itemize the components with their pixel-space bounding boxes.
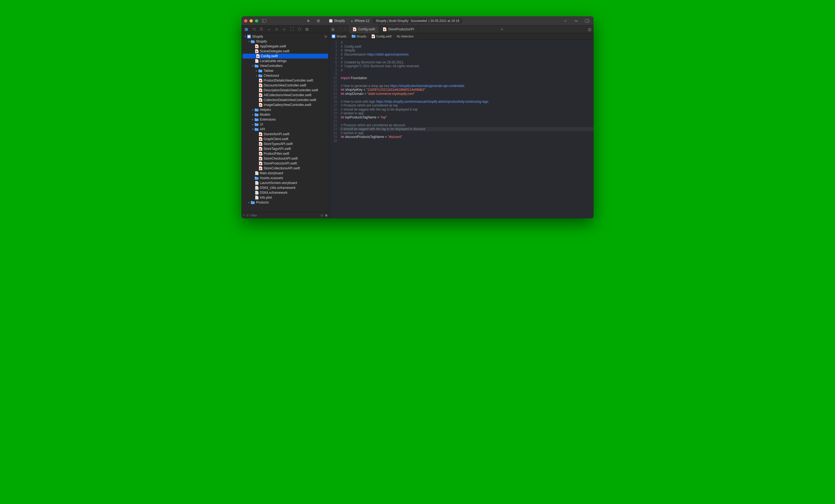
code-line[interactable]: let shopApiKey = "12d387c23211b31efe16b8… (339, 88, 594, 92)
tree-row[interactable]: Assets.xcassets (241, 176, 329, 180)
disclosure-icon[interactable]: ▾ (244, 35, 247, 38)
symbol-navigator-icon[interactable]: ☷ (259, 27, 264, 32)
tree-row[interactable]: CollectionDetailsViewController.swift (241, 98, 329, 102)
editor-tab[interactable]: Config.swift (349, 25, 379, 33)
tree-row[interactable]: StoreTagsAPI.swift (241, 146, 329, 151)
tree-row[interactable]: Info.plist (241, 195, 329, 200)
disclosure-icon[interactable]: ▸ (251, 123, 254, 126)
tree-row[interactable]: StoreInfoAPI.swift (241, 132, 329, 137)
tree-row[interactable]: DSKit_Utils.xcframework (241, 185, 329, 190)
code-line[interactable] (339, 139, 594, 143)
add-target-icon[interactable]: + (243, 214, 245, 217)
debug-navigator-icon[interactable]: ⛶ (290, 27, 294, 32)
nav-forward-icon[interactable]: 〉 (343, 27, 349, 32)
filter-scope-icon[interactable]: ⊙ (246, 214, 249, 217)
scm-filter-icon[interactable]: ▣ (325, 214, 328, 217)
tree-row[interactable]: Localizable.strings (241, 59, 329, 63)
editor-options-icon[interactable]: ≡ (499, 27, 505, 32)
report-navigator-icon[interactable]: ▤ (305, 27, 309, 32)
tree-row[interactable]: ▾ViewControllers (241, 63, 329, 68)
tree-row[interactable]: Config.swift (243, 54, 328, 59)
tree-row[interactable]: StoreTypesAPI.swift (241, 141, 329, 146)
code-line[interactable]: // (339, 68, 594, 72)
code-line[interactable]: let discountProductsTagName = "discount" (339, 135, 594, 139)
code-content[interactable]: //// Config.swift// Shopify// Documentat… (339, 40, 594, 218)
jumpbar-segment[interactable]: Shopify (332, 35, 347, 38)
code-review-icon[interactable]: ⇋ (572, 18, 580, 24)
tree-row[interactable]: ▸UI (241, 122, 329, 127)
code-line[interactable]: // section in app (339, 131, 594, 135)
tree-row[interactable]: DescriptionDetailsViewController.swift (241, 88, 329, 93)
disclosure-icon[interactable]: ▸ (247, 201, 251, 204)
code-line[interactable]: // section in app (339, 112, 594, 116)
code-line[interactable] (339, 96, 594, 100)
code-line[interactable]: // should be tagged with the tag to be d… (339, 127, 594, 131)
add-editor-icon[interactable]: + (562, 18, 569, 24)
jump-bar[interactable]: Shopify〉Shopify〉Config.swift〉No Selectio… (329, 33, 594, 40)
tree-row[interactable]: StoreProductsAPI.swift (241, 161, 329, 166)
code-line[interactable]: // (339, 41, 594, 45)
run-button[interactable] (305, 18, 312, 24)
code-line[interactable]: // Copyright © 2021 Borinschi Ivan. All … (339, 64, 594, 68)
tree-row[interactable]: ▸Products (241, 200, 329, 205)
disclosure-icon[interactable]: ▸ (251, 108, 254, 111)
tree-row[interactable]: ProductDetailsViewController.swift (241, 78, 329, 83)
nav-back-icon[interactable]: 〈 (336, 27, 343, 32)
recent-filter-icon[interactable]: ◷ (321, 214, 323, 217)
tree-row[interactable]: ▾Shopify (241, 39, 329, 44)
activity-view[interactable]: Shopify | Build Shopify: Succeeded | 30.… (372, 18, 463, 24)
code-line[interactable]: // (339, 56, 594, 60)
editor-tab[interactable]: StoreProductsAPI (379, 25, 418, 33)
tree-row[interactable]: ▾ShopifyM (241, 34, 329, 39)
related-items-icon[interactable]: ▦ (329, 27, 336, 31)
disclosure-icon[interactable]: ▸ (251, 118, 254, 121)
code-line[interactable]: let topProductsTagName = "top" (339, 116, 594, 120)
tree-row[interactable]: ProductFilter.swift (241, 151, 329, 156)
toggle-right-sidebar-icon[interactable] (583, 18, 591, 24)
breakpoint-navigator-icon[interactable]: ⬠ (297, 27, 302, 32)
disclosure-icon[interactable]: ▸ (251, 113, 254, 116)
test-navigator-icon[interactable]: ◇ (282, 27, 286, 32)
tree-row[interactable]: AllCollectionsViewController.swift (241, 93, 329, 98)
code-line[interactable]: import Foundation (339, 76, 594, 80)
tree-row[interactable]: ▸Checkoout (241, 73, 329, 78)
tree-row[interactable]: GraphClient.swift (241, 137, 329, 141)
tree-row[interactable]: ▾API (241, 127, 329, 132)
close-button[interactable] (244, 19, 247, 22)
tree-row[interactable]: LaunchScreen.storyboard (241, 180, 329, 185)
jumpbar-segment[interactable]: Shopify (352, 35, 367, 38)
tree-row[interactable]: StoreCheckoutAPI.swift (241, 156, 329, 161)
find-navigator-icon[interactable]: ⌕ (267, 27, 271, 32)
code-line[interactable] (339, 80, 594, 84)
code-line[interactable] (339, 72, 594, 76)
code-line[interactable]: // Config.swift (339, 45, 594, 49)
filter-input[interactable] (250, 214, 319, 217)
jumpbar-segment[interactable]: No Selection (396, 35, 413, 38)
code-line[interactable]: // Created by Borinschi Ivan on 25.05.20… (339, 60, 594, 64)
tree-row[interactable]: DiscountsViewController.swift (241, 83, 329, 88)
disclosure-icon[interactable]: ▸ (255, 69, 258, 72)
code-line[interactable] (339, 119, 594, 123)
tree-row[interactable]: ▸Models (241, 112, 329, 117)
disclosure-icon[interactable]: ▾ (247, 40, 251, 43)
source-editor[interactable]: 1234567891011121314151617181920212223242… (329, 40, 594, 218)
code-line[interactable]: // should be tagged with the tag to be d… (339, 107, 594, 112)
disclosure-icon[interactable]: ▾ (251, 128, 254, 130)
zoom-button[interactable] (255, 19, 258, 22)
code-line[interactable]: // How to work with tags https://help.sh… (339, 100, 594, 104)
stop-button[interactable] (314, 18, 322, 24)
scheme-selector[interactable]: Shopify 〉 ▸ iPhone 12 (329, 18, 369, 23)
toggle-left-sidebar-icon[interactable] (260, 18, 268, 24)
adjust-editor-icon[interactable]: ▥ (586, 27, 594, 32)
code-line[interactable]: // Products which are considered as top (339, 103, 594, 107)
project-navigator-icon[interactable]: ▦ (244, 27, 248, 32)
jumpbar-segment[interactable]: Config.swift (371, 35, 391, 38)
tree-row[interactable]: SceneDelegate.swift (241, 49, 329, 54)
code-line[interactable]: let shopDomain = "dskit-commerce.myshopi… (339, 92, 594, 96)
code-line[interactable]: // Shopify (339, 48, 594, 53)
code-line[interactable]: // Documentation https://dskit.app/compo… (339, 53, 594, 57)
source-control-navigator-icon[interactable]: ⌥ (252, 27, 256, 32)
tree-row[interactable]: StoreCollectionsAPI.swift (241, 166, 329, 171)
tree-row[interactable]: Main.storyboard (241, 171, 329, 176)
code-line[interactable]: // How to generate a shop api key https:… (339, 84, 594, 88)
